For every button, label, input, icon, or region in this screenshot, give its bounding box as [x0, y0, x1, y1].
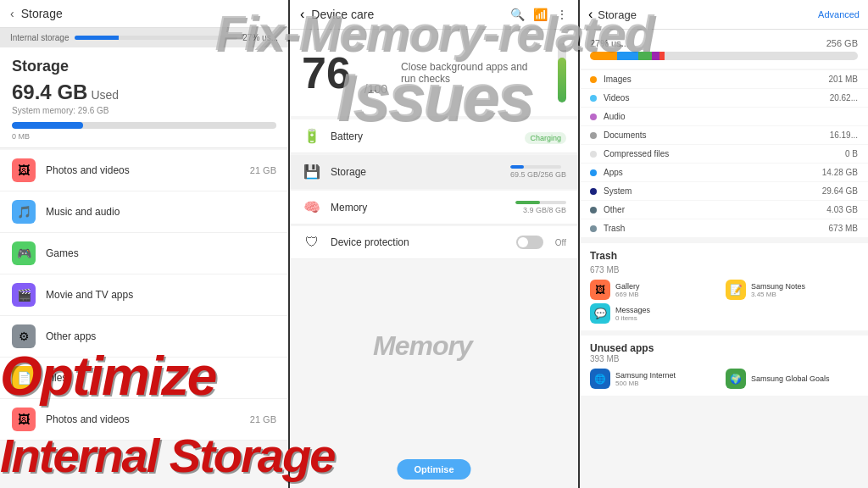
multi-progress-bar — [590, 52, 858, 60]
list-item: 🌍 Samsung Global Goals — [726, 369, 858, 389]
unused-apps-grid: 🌐 Samsung Internet 500 MB 🌍 Samsung Glob… — [590, 369, 858, 389]
storage-used-amount: 69.4 GB Used — [12, 80, 276, 104]
list-item[interactable]: 🖼 Photos and videos 21 GB — [0, 399, 288, 441]
notes-info: Samsung Notes 3.45 MB — [751, 282, 805, 298]
compressed-dot — [590, 151, 597, 158]
movies-label: Movie and TV apps — [46, 289, 276, 301]
notes-size: 3.45 MB — [751, 291, 805, 298]
messages-name: Messages — [615, 306, 650, 314]
list-item[interactable]: 🖼 Photos and videos 21 GB — [0, 150, 288, 191]
list-item[interactable]: ⚙ Other apps — [0, 316, 288, 358]
battery-label: Battery — [331, 130, 516, 142]
notes-icon: 📝 — [726, 280, 746, 300]
storage-items-list: Images 201 MB Videos 20.62... Audio Docu… — [580, 70, 868, 238]
list-item[interactable]: 📄 Files — [0, 358, 288, 399]
other-dot — [590, 207, 597, 214]
battery-item[interactable]: 🔋 Battery Charging — [290, 119, 578, 153]
samsung-internet-icon: 🌐 — [590, 369, 610, 389]
seg-images — [590, 52, 617, 60]
list-item[interactable]: 🎮 Games — [0, 233, 288, 274]
list-item: Videos 20.62... — [580, 89, 868, 108]
list-item: System 29.64 GB — [580, 182, 868, 201]
internal-label: Internal storage — [10, 33, 70, 42]
samsung-internet-size: 500 MB — [615, 380, 676, 387]
trash-section-sub: 673 MB — [590, 265, 858, 274]
docs-size: 16.19... — [830, 130, 858, 140]
memory-bar-fill — [515, 201, 540, 204]
protection-label: Device protection — [331, 236, 508, 248]
score-bar — [558, 43, 566, 103]
panel1-title: Storage — [21, 7, 63, 20]
photos-label: Photos and videos — [46, 164, 240, 176]
list-item: 🌐 Samsung Internet 500 MB — [590, 369, 722, 389]
trash-dot — [590, 225, 597, 232]
memory-care-label: Memory — [331, 202, 507, 214]
samsung-internet-info: Samsung Internet 500 MB — [615, 371, 676, 387]
list-item[interactable]: 🎵 Music and audio — [0, 191, 288, 233]
optimize-button[interactable]: Optimise — [397, 459, 470, 480]
score-section: 76 /100 Close background apps and run ch… — [290, 30, 578, 116]
battery-icon: 🔋 — [302, 128, 322, 144]
apps-label: Apps — [604, 168, 815, 177]
panel2-title: Device care — [311, 8, 374, 21]
care-items-list: 🔋 Battery Charging 💾 Storage 69.5 GB/256… — [290, 119, 578, 259]
memory-care-value: 3.9 GB/8 GB — [515, 201, 566, 214]
list-item: Apps 14.28 GB — [580, 164, 868, 182]
games-icon: 🎮 — [12, 241, 36, 265]
system-label: System — [604, 186, 815, 196]
panel-device-care: ‹ Device care 🔍 📶 ⋮ 76 /100 Close backgr… — [290, 0, 580, 488]
other-label: Other — [604, 205, 820, 214]
storage-icon: 💾 — [302, 164, 322, 180]
protection-toggle[interactable] — [516, 236, 543, 249]
used-pct: 27% us... — [590, 38, 629, 48]
compressed-label: Compressed files — [604, 149, 838, 158]
progress-start: 0 MB — [12, 132, 30, 141]
back-icon-p2[interactable]: ‹ — [300, 7, 304, 22]
back-icon-p3[interactable]: ‹ — [588, 7, 593, 22]
device-protection-item[interactable]: 🛡 Device protection Off — [290, 226, 578, 259]
internal-storage-row: Internal storage 27% us... — [0, 28, 288, 47]
panel-storage-detail: ‹ Storage Advanced 27% us... 256 GB — [580, 0, 868, 488]
gallery-size: 669 MB — [615, 291, 640, 298]
trash-label: Trash — [604, 224, 822, 233]
seg-free — [665, 52, 858, 60]
search-icon[interactable]: 🔍 — [510, 8, 525, 21]
gallery-icon: 🖼 — [590, 280, 610, 300]
panel2-topbar: ‹ Device care 🔍 📶 ⋮ — [290, 0, 578, 30]
battery-status: Charging — [525, 129, 566, 144]
memory-bar-bg — [515, 201, 566, 204]
storage-care-item[interactable]: 💾 Storage 69.5 GB/256 GB — [290, 155, 578, 189]
audio-label: Audio — [604, 112, 851, 121]
storage-care-value: 69.5 GB/256 GB — [510, 165, 566, 179]
list-item: Documents 16.19... — [580, 126, 868, 145]
files-icon: 📄 — [12, 366, 36, 390]
score-bar-fill — [558, 58, 566, 103]
unused-section: Unused apps 393 MB 🌐 Samsung Internet 50… — [580, 336, 868, 396]
list-item: 📝 Samsung Notes 3.45 MB — [726, 280, 858, 300]
panel-storage: ‹ Storage Internal storage 27% us... Sto… — [0, 0, 290, 488]
images-dot — [590, 76, 597, 83]
list-item: 🖼 Gallery 669 MB — [590, 280, 722, 300]
unused-sub: 393 MB — [590, 354, 858, 363]
internal-pct: 27% us... — [242, 33, 278, 42]
compressed-size: 0 B — [845, 149, 858, 158]
list-item: Audio — [580, 108, 868, 126]
trash-section: Trash 673 MB 🖼 Gallery 669 MB 📝 Samsung … — [580, 243, 868, 330]
memory-item[interactable]: 🧠 Memory 3.9 GB/8 GB — [290, 191, 578, 225]
usage-bar-section: 27% us... 256 GB — [580, 30, 868, 69]
shield-icon: 🛡 — [302, 235, 322, 250]
music-label: Music and audio — [46, 206, 276, 218]
back-icon-p1[interactable]: ‹ — [10, 7, 14, 20]
list-item[interactable]: 🎬 Movie and TV apps — [0, 274, 288, 316]
panel2-icons: 🔍 📶 ⋮ — [510, 8, 568, 21]
trash-size: 673 MB — [829, 224, 858, 233]
charging-badge: Charging — [525, 132, 566, 144]
advanced-link[interactable]: Advanced — [818, 9, 860, 19]
menu-icon[interactable]: ⋮ — [556, 8, 568, 21]
protection-status: Off — [555, 238, 566, 247]
samsung-goals-icon: 🌍 — [726, 369, 746, 389]
videos-size: 20.62... — [830, 93, 858, 103]
storage-care-label: Storage — [331, 166, 502, 178]
internal-progress-fill — [75, 36, 119, 40]
gallery-info: Gallery 669 MB — [615, 282, 640, 298]
